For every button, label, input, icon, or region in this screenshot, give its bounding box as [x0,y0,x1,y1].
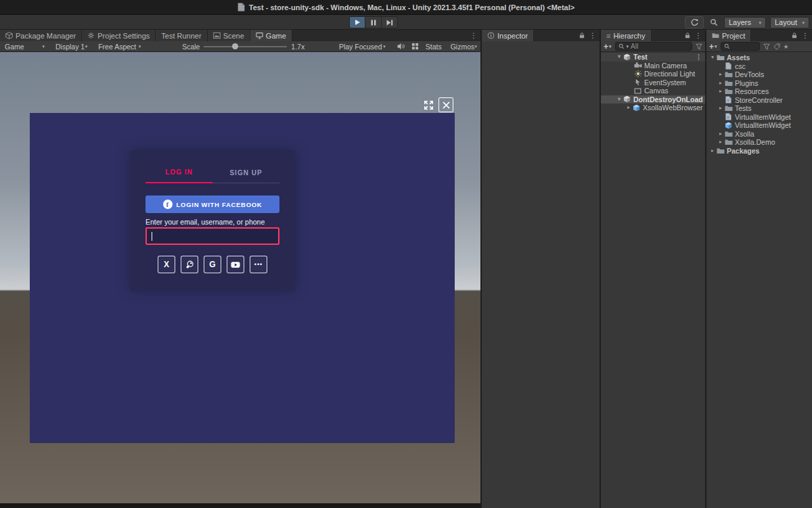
chevron-down-icon: ▾ [85,44,88,49]
render-target-dropdown[interactable]: Game▾ [1,41,48,51]
window-title: Test - store-unity-sdk - Windows, Mac, L… [249,3,574,11]
chevron-down-icon: ▾ [715,44,717,49]
project-row-virtualitemwidget-script[interactable]: VirtualItemWidget [706,113,812,122]
project-row-virtualitemwidget-prefab[interactable]: VirtualItemWidget [706,121,812,130]
create-asset-button[interactable]: +▾ [709,43,717,51]
tab-test-runner[interactable]: Test Runner [156,30,207,41]
project-row-storecontroller[interactable]: StoreController [706,96,812,105]
undo-history-button[interactable] [685,16,704,28]
youtube-login-button[interactable] [227,256,244,273]
project-row-xsolla-demo[interactable]: ▸ Xsolla.Demo [706,138,812,147]
chevron-down-icon: ▾ [139,44,141,49]
foldout-arrow[interactable]: ▾ [709,55,716,60]
scene-icon [213,32,221,39]
tab-hierarchy[interactable]: ≡ Hierarchy [601,30,652,41]
project-row-packages[interactable]: ▸ Packages [706,147,812,156]
hierarchy-row-main-camera[interactable]: Main Camera [601,62,705,70]
more-login-options-button[interactable]: ••• [250,256,267,273]
hierarchy-row-xsollawebbrowser[interactable]: ▸ XsollaWebBrowser [601,103,705,112]
lock-icon[interactable] [579,32,585,39]
foldout-arrow[interactable]: ▸ [625,105,632,110]
hierarchy-row-canvas[interactable]: Canvas [601,87,705,95]
pane-menu-icon[interactable]: ⋮ [695,32,702,39]
project-search-input[interactable] [721,42,760,51]
steam-icon [185,260,195,270]
foldout-arrow[interactable]: ▸ [717,106,724,111]
search-icon [618,43,625,49]
project-row-csc[interactable]: csc [706,62,812,71]
close-widget-button[interactable] [438,97,453,112]
step-button[interactable] [382,16,398,28]
foldout-arrow[interactable]: ▸ [717,72,724,77]
search-by-label-icon[interactable] [773,43,780,50]
foldout-arrow[interactable]: ▸ [717,80,724,86]
foldout-arrow[interactable]: ▾ [616,54,623,60]
pause-button[interactable] [365,16,382,28]
ellipsis-icon: ••• [254,261,263,268]
scene-menu-icon[interactable]: ⋮ [696,54,705,60]
x-login-button[interactable]: X [158,256,175,273]
save-search-icon[interactable]: ★ [784,43,789,50]
csharp-script-icon [724,96,733,104]
lock-icon[interactable] [791,32,798,39]
project-row-plugins[interactable]: ▸ Plugins [706,79,812,88]
project-row-resources[interactable]: ▸ Resources [706,87,812,96]
hierarchy-row-dontdestroyonload[interactable]: ▾ DontDestroyOnLoad ⋮ [601,95,705,104]
create-object-button[interactable]: +▾ [604,43,612,51]
tab-game[interactable]: Game [250,30,292,41]
tab-sign-up[interactable]: SIGN UP [212,162,279,183]
foldout-arrow[interactable]: ▸ [717,139,724,145]
chevron-down-icon: ▾ [627,44,629,49]
hierarchy-row-test[interactable]: ▾ Test ⋮ [601,53,705,62]
foldout-arrow[interactable]: ▾ [616,97,623,102]
tab-package-manager[interactable]: Package Manager [0,30,82,41]
project-row-assets[interactable]: ▾ Assets [706,53,812,62]
tab-inspector[interactable]: Inspector [482,30,534,41]
pane-menu-icon[interactable]: ⋮ [802,32,809,39]
inspector-panel: Inspector ⋮ [482,30,600,508]
scale-slider[interactable] [204,43,287,50]
foldout-arrow[interactable]: ▸ [717,89,724,94]
steam-login-button[interactable] [181,256,198,273]
credentials-input[interactable] [145,227,279,245]
search-button[interactable] [708,16,720,28]
social-login-row: X G ••• [130,256,295,273]
project-row-xsolla[interactable]: ▸ Xsolla [706,130,812,139]
play-button[interactable] [349,16,365,28]
hierarchy-toolbar: +▾ ▾ All [601,41,705,52]
pane-menu-icon[interactable]: ⋮ [470,32,477,39]
hierarchy-search-input[interactable]: ▾ All [615,42,692,51]
stats-button[interactable]: Stats [426,43,442,51]
display-dropdown[interactable]: Display 1▾ [52,41,91,51]
hierarchy-row-eventsystem[interactable]: EventSystem [601,78,705,87]
gizmos-dropdown[interactable]: Gizmos▾ [447,41,480,51]
tab-project[interactable]: Project [706,30,751,41]
gear-icon [87,32,95,39]
mute-audio-icon[interactable] [397,43,406,50]
foldout-arrow[interactable]: ▸ [709,148,716,154]
hierarchy-row-directional-light[interactable]: Directional Light [601,70,705,78]
inspector-body [482,41,600,508]
frame-capture-icon[interactable] [411,43,419,50]
gameobject-icon [632,103,641,112]
fullscreen-button[interactable] [421,97,436,112]
layers-dropdown[interactable]: Layers ▾ [724,17,766,28]
hierarchy-icon: ≡ [606,32,610,40]
google-login-button[interactable]: G [204,256,221,273]
facebook-login-button[interactable]: f LOGIN WITH FACEBOOK [145,195,279,213]
foldout-arrow[interactable]: ▸ [717,131,724,137]
tab-log-in[interactable]: LOG IN [145,162,212,183]
tab-project-settings[interactable]: Project Settings [82,30,156,41]
pane-menu-icon[interactable]: ⋮ [589,32,596,39]
tab-scene[interactable]: Scene [208,30,250,41]
aspect-ratio-dropdown[interactable]: Free Aspect▾ [95,41,144,51]
play-focused-dropdown[interactable]: Play Focused▾ [336,41,389,51]
slider-knob[interactable] [232,43,238,49]
scene-menu-icon[interactable]: ⋮ [703,96,705,102]
project-row-devtools[interactable]: ▸ DevTools [706,70,812,79]
search-by-type-icon[interactable] [763,43,770,50]
layout-dropdown[interactable]: Layout ▾ [770,17,809,28]
lock-icon[interactable] [684,32,691,39]
filter-icon[interactable] [696,43,702,50]
project-row-tests[interactable]: ▸ Tests [706,104,812,113]
